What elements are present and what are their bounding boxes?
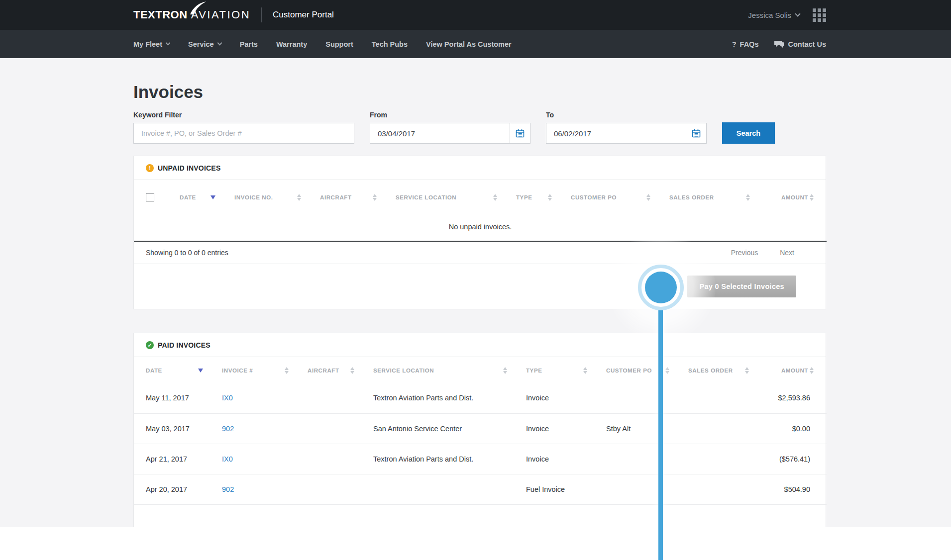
paid-col-date[interactable]: DATE [134,357,210,383]
invoice-link[interactable]: 902 [222,485,234,493]
chevron-down-icon [795,11,800,16]
previous-button[interactable]: Previous [731,249,758,257]
paid-invoices-panel: ✓ PAID INVOICES DATE INVOICE # AIRCRAFT … [133,333,826,558]
from-date-field [370,123,530,144]
top-bar: TEXTRON AVIATION Customer Portal Jessica… [0,0,951,30]
warning-icon: ! [146,164,154,172]
pagination: Previous Next [731,249,794,257]
sort-icon [665,367,669,374]
to-date-input[interactable] [546,123,686,143]
apps-grid-icon[interactable] [813,8,826,22]
user-name: Jessica Solis [748,11,791,19]
unpaid-col-amount[interactable]: AMOUNT [757,180,827,212]
unpaid-col-service-location[interactable]: SERVICE LOCATION [384,180,504,212]
cell-date: Apr 21, 2017 [134,444,210,474]
paid-col-invoice[interactable]: INVOICE # [210,357,296,383]
invoice-link[interactable]: IX0 [222,455,233,463]
unpaid-col-aircraft[interactable]: AIRCRAFT [308,180,384,212]
paid-col-type[interactable]: TYPE [514,357,594,383]
keyword-filter-input[interactable] [133,123,354,144]
from-date-input[interactable] [370,123,510,143]
portal-title: Customer Portal [273,10,334,20]
user-menu[interactable]: Jessica Solis [748,11,800,19]
logo-aviation: AVIATION [191,8,250,21]
cell-date: Apr 20, 2017 [134,474,210,504]
sort-desc-icon [198,369,203,373]
cell-sales-order [676,413,756,444]
sort-icon [745,367,749,374]
cell-service-location: San Antonio Service Center [361,413,514,444]
paid-col-aircraft[interactable]: AIRCRAFT [296,357,361,383]
sort-icon [810,194,814,201]
from-calendar-button[interactable] [510,123,530,143]
feather-icon [189,1,207,14]
textron-aviation-logo[interactable]: TEXTRON AVIATION [133,8,250,21]
sort-icon [350,367,354,374]
paid-col-service-location[interactable]: SERVICE LOCATION [361,357,514,383]
unpaid-invoices-panel: ! UNPAID INVOICES DATE INVOICE NO. AIRCR… [133,156,826,309]
table-row: Apr 20, 2017 902 Fuel Invoice $504.90 [134,474,827,504]
from-date-label: From [370,111,530,119]
cell-aircraft [296,413,361,444]
annotation-pointer-circle[interactable] [638,265,684,310]
question-mark-icon: ? [732,40,737,48]
cell-service-location: Textron Aviation Parts and Dist. [361,383,514,413]
unpaid-col-date[interactable]: DATE [168,180,222,212]
logo-textron: TEXTRON [133,8,188,21]
nav-service[interactable]: Service [188,40,221,48]
sort-icon [503,367,507,374]
cell-aircraft [296,474,361,504]
nav-view-portal-as-customer[interactable]: View Portal As Customer [426,40,512,48]
sort-icon [548,194,552,201]
page-bottom-whitespace [0,527,951,560]
sort-icon [646,194,650,201]
invoice-link[interactable]: IX0 [222,394,233,402]
nav-tech-pubs[interactable]: Tech Pubs [372,40,408,48]
nav-contact-us[interactable]: Contact Us [774,40,826,48]
check-icon: ✓ [146,341,154,349]
unpaid-col-sales-order[interactable]: SALES ORDER [657,180,757,212]
nav-support[interactable]: Support [325,40,353,48]
nav-parts[interactable]: Parts [240,40,258,48]
cell-amount: $2,593.86 [756,383,827,413]
paid-header-row: DATE INVOICE # AIRCRAFT SERVICE LOCATION… [134,357,827,383]
sort-icon [493,194,497,201]
cell-aircraft [296,383,361,413]
table-row: May 03, 2017 902 San Antonio Service Cen… [134,413,827,444]
table-row: May 11, 2017 IX0 Textron Aviation Parts … [134,383,827,413]
to-date-field [546,123,707,144]
divider [261,7,262,22]
page-title: Invoices [133,82,826,102]
sort-icon [297,194,301,201]
sort-icon [583,367,587,374]
cell-amount: $504.90 [756,474,827,504]
chevron-down-icon [217,41,222,46]
sort-icon [810,367,814,374]
cell-sales-order [676,383,756,413]
page-background: Invoices Keyword Filter From [0,58,951,527]
keyword-filter-label: Keyword Filter [133,111,354,119]
unpaid-col-customer-po[interactable]: CUSTOMER PO [559,180,657,212]
to-calendar-button[interactable] [686,123,706,143]
search-button[interactable]: Search [722,122,775,144]
nav-faqs[interactable]: ? FAQs [732,40,759,48]
invoice-link[interactable]: 902 [222,425,234,433]
nav-warranty[interactable]: Warranty [276,40,307,48]
unpaid-header-row: DATE INVOICE NO. AIRCRAFT SERVICE LOCATI… [134,180,827,212]
unpaid-col-type[interactable]: TYPE [504,180,559,212]
empty-row: No unpaid invoices. [134,212,827,241]
nav-my-fleet[interactable]: My Fleet [133,40,170,48]
cell-customer-po [594,383,676,413]
chevron-down-icon [166,41,171,46]
sort-icon [373,194,377,201]
paid-col-customer-po[interactable]: CUSTOMER PO [594,357,676,383]
paid-panel-title: PAID INVOICES [158,341,211,349]
next-button[interactable]: Next [780,249,794,257]
cell-customer-po: Stby Alt [594,413,676,444]
paid-col-amount[interactable]: AMOUNT [756,357,827,383]
cell-customer-po [594,444,676,474]
cell-customer-po [594,474,676,504]
unpaid-col-invoice-no[interactable]: INVOICE NO. [222,180,308,212]
paid-col-sales-order[interactable]: SALES ORDER [676,357,756,383]
select-all-checkbox[interactable] [146,193,154,201]
